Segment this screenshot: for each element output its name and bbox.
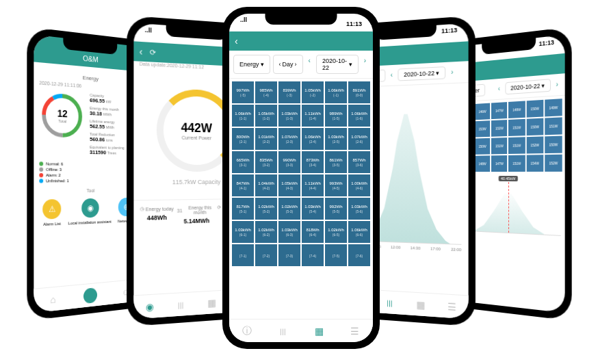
grid-cell[interactable]: 153W [475,120,491,137]
grid-cell[interactable]: 1.06kWh(2-4) [302,128,324,150]
tool-button[interactable]: ◉Local installation assistant [68,198,112,225]
grid-cell[interactable]: 147W [491,102,507,119]
date-next[interactable]: › [361,55,369,74]
grid-cell[interactable]: 873Wh(3-4) [302,151,324,173]
grid-cell[interactable]: 665Wh(3-1) [232,151,254,173]
nav-grid-icon[interactable]: ▦ [205,296,218,310]
grid-cell[interactable]: 149W [545,99,562,116]
status-time: 11:13 [539,39,554,56]
grid-cell[interactable]: 1.03kWh(6-1) [232,221,254,243]
grid-cell[interactable]: 151W [508,137,525,154]
nav-list-icon[interactable]: ☰ [348,324,362,338]
back-icon[interactable]: ‹ [235,36,238,47]
grid-cell[interactable]: 1.07kWh(2-6) [348,128,370,150]
grid-cell[interactable]: 1.06kWh(-1) [325,81,347,103]
date-next[interactable]: › [554,78,561,92]
grid-cell[interactable]: 1.05kWh(-2) [302,81,324,103]
grid-cell[interactable]: 151W [508,155,525,172]
grid-cell[interactable]: 1.06kWh(6-6) [348,221,370,243]
grid-cell[interactable]: 148W [475,155,491,172]
grid-cell[interactable]: 1.04kWh(4-2) [255,174,277,196]
grid-cell[interactable]: 993Wh(4-5) [325,174,347,196]
grid-cell[interactable]: 1.03kWh(5-6) [348,198,370,220]
date-filter[interactable]: 2020-10-22 ▾ [398,66,445,81]
grid-cell[interactable]: 1.02kWh(5-2) [255,198,277,220]
grid-cell[interactable]: 1.02kWh(5-3) [278,198,300,220]
refresh-icon[interactable]: ⟳ [149,47,155,57]
grid-cell[interactable]: 152W [545,155,562,172]
grid-cell[interactable]: (7-2) [255,244,277,266]
grid-cell[interactable]: 150W [526,100,543,118]
grid-cell[interactable]: 818Wh(6-4) [302,221,324,243]
grid-cell[interactable]: 152W [491,120,507,137]
grid-cell[interactable]: 1.03kWh(5-4) [302,198,324,220]
grid-cell[interactable]: 150W [526,118,543,136]
nav-list-icon[interactable]: ☰ [445,299,459,314]
grid-cell[interactable]: 800Wh(2-1) [232,128,254,150]
grid-cell[interactable]: 1.03kWh(1-3) [278,105,300,127]
grid-cell[interactable]: 152W [526,136,543,153]
grid-cell[interactable]: 891Wh(0-0) [348,81,370,103]
grid-cell[interactable]: 997Wh(-5) [232,81,254,103]
grid-cell[interactable]: 154W [526,155,543,172]
date-filter[interactable]: 2020-10-22 ▾ [505,79,551,94]
grid-cell[interactable]: 1.07kWh(2-3) [278,128,300,150]
grid-cell[interactable]: 817Wh(5-1) [232,198,254,220]
nav-active-icon[interactable] [83,287,97,304]
date-filter[interactable]: 2020-10-22 ▾ [316,55,359,74]
grid-cell[interactable]: 150W [475,138,491,155]
grid-cell[interactable]: 857Wh(3-6) [348,151,370,173]
grid-cell[interactable]: 149W [508,101,525,118]
grid-cell[interactable]: 1.01kWh(2-2) [255,128,277,150]
nav-chart-icon[interactable]: ⫼ [384,296,397,310]
metric-filter[interactable]: Energy ▾ [233,55,270,74]
grid-cell[interactable]: 147W [491,155,507,172]
grid-cell[interactable]: 985Wh(-4) [255,81,277,103]
date-next[interactable]: › [448,66,456,79]
grid-cell[interactable]: 861Wh(3-5) [325,151,347,173]
nav-chart-icon[interactable]: ⫼ [276,324,290,338]
grid-cell[interactable]: 150W [545,136,562,154]
grid-cell[interactable]: 146W [475,103,491,120]
grid-cell[interactable]: 989Wh(1-5) [325,105,347,127]
grid-cell[interactable]: 992Wh(5-5) [325,198,347,220]
grid-cell[interactable]: 847Wh(4-1) [232,174,254,196]
grid-cell[interactable]: 1.05kWh(4-3) [278,174,300,196]
energy-icon: ◷ [140,206,144,211]
period-filter[interactable]: ‹ Day › [273,55,303,74]
date-prev[interactable]: ‹ [495,83,502,96]
grid-cell[interactable]: 1.00kWh(4-6) [348,174,370,196]
grid-cell[interactable]: 990Wh(3-3) [278,151,300,173]
donut-chart[interactable]: 12 Total [39,90,85,141]
grid-cell[interactable]: 1.06kWh(1-1) [232,105,254,127]
grid-cell[interactable]: 839Wh(-3) [278,81,300,103]
grid-cell[interactable]: (7-6) [348,244,370,266]
date-prev[interactable]: ‹ [388,69,395,81]
grid-cell[interactable]: 1.02kWh(6-5) [325,221,347,243]
grid-cell[interactable]: 151W [491,138,507,154]
chevron-down-icon: ▾ [261,61,264,68]
nav-info-icon[interactable]: ⓘ [240,324,254,338]
date-prev[interactable]: ‹ [306,55,313,74]
back-icon[interactable]: ‹ [140,46,143,57]
nav-grid-icon[interactable]: ▦ [312,324,326,338]
tool-button[interactable]: ⚠Alarm List [42,199,61,226]
grid-cell[interactable]: 1.02kWh(6-2) [255,221,277,243]
grid-cell[interactable]: (7-1) [232,244,254,266]
nav-home-icon[interactable]: ⌂ [47,291,60,307]
nav-chart-icon[interactable]: ⫼ [174,297,188,311]
grid-cell[interactable]: 1.06kWh(1-6) [348,105,370,127]
grid-cell[interactable]: 1.11kWh(4-4) [302,174,324,196]
grid-cell[interactable]: 1.03kWh(6-3) [278,221,300,243]
grid-cell[interactable]: 151W [508,119,525,136]
grid-cell[interactable]: (7-4) [302,244,324,266]
grid-cell[interactable]: (7-3) [278,244,300,266]
grid-cell[interactable]: (7-5) [325,244,347,266]
nav-dashboard-icon[interactable]: ◉ [143,299,157,314]
nav-grid-icon[interactable]: ▦ [414,297,428,311]
grid-cell[interactable]: 1.05kWh(1-2) [255,105,277,127]
grid-cell[interactable]: 151W [545,117,562,135]
grid-cell[interactable]: 1.11kWh(1-4) [302,105,324,127]
grid-cell[interactable]: 835Wh(3-2) [255,151,277,173]
grid-cell[interactable]: 1.03kWh(2-5) [325,128,347,150]
